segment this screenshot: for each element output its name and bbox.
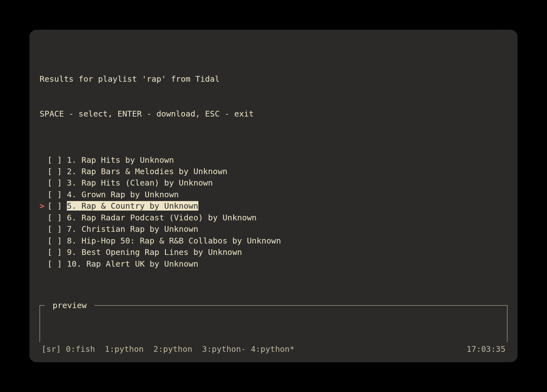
help-line: SPACE - select, ENTER - download, ESC - …: [40, 108, 507, 119]
results-title: Results for playlist 'rap' from Tidal: [40, 73, 507, 85]
list-checkbox[interactable]: [ ]: [48, 155, 67, 165]
preview-label: preview: [45, 300, 94, 311]
list-item-label: 7. Christian Rap by Unknown: [67, 224, 198, 234]
list-checkbox[interactable]: [ ]: [48, 178, 67, 187]
cursor-indicator: [40, 177, 48, 188]
list-checkbox[interactable]: [ ]: [48, 224, 67, 234]
list-item-label: 2. Rap Bars & Melodies by Unknown: [67, 167, 228, 176]
list-checkbox[interactable]: [ ]: [48, 236, 67, 245]
tmux-clock: 17:03:35: [467, 343, 505, 355]
list-checkbox[interactable]: [ ]: [48, 190, 67, 199]
cursor-indicator: [40, 246, 48, 258]
cursor-indicator: [40, 212, 48, 223]
preview-panel: preview 49 tracks Description: Check out…: [40, 305, 507, 342]
list-checkbox[interactable]: [ ]: [48, 167, 67, 176]
list-item-label: 6. Rap Radar Podcast (Video) by Unknown: [67, 213, 257, 222]
list-item[interactable]: [ ] 1. Rap Hits by Unknown: [40, 154, 507, 166]
terminal-window: Results for playlist 'rap' from Tidal SP…: [29, 30, 518, 362]
list-item[interactable]: [ ] 9. Best Opening Rap Lines by Unknown: [40, 246, 507, 258]
list-item-label: 5. Rap & Country by Unknown: [67, 201, 198, 211]
list-checkbox[interactable]: [ ]: [48, 259, 67, 269]
list-item-label: 9. Best Opening Rap Lines by Unknown: [67, 247, 242, 257]
cursor-indicator: >: [40, 200, 48, 212]
list-item-label: 8. Hip-Hop 50: Rap & R&B Collabos by Unk…: [67, 236, 281, 245]
cursor-indicator: [40, 166, 48, 177]
terminal-main: Results for playlist 'rap' from Tidal SP…: [40, 39, 507, 342]
list-item[interactable]: [ ] 7. Christian Rap by Unknown: [40, 223, 507, 235]
tmux-status-left[interactable]: [sr] 0:fish 1:python 2:python 3:python- …: [42, 343, 294, 355]
list-item-label: 1. Rap Hits by Unknown: [67, 155, 174, 165]
tmux-statusbar: [sr] 0:fish 1:python 2:python 3:python- …: [40, 342, 507, 357]
result-list[interactable]: [ ] 1. Rap Hits by Unknown [ ] 2. Rap Ba…: [40, 154, 507, 270]
cursor-indicator: [40, 223, 48, 235]
cursor-indicator: [40, 189, 48, 200]
list-checkbox[interactable]: [ ]: [48, 213, 67, 222]
cursor-indicator: [40, 258, 48, 269]
list-item-label: 3. Rap Hits (Clean) by Unknown: [67, 178, 213, 187]
list-item[interactable]: [ ] 4. Grown Rap by Unknown: [40, 189, 507, 200]
list-item[interactable]: [ ] 3. Rap Hits (Clean) by Unknown: [40, 177, 507, 188]
list-checkbox[interactable]: [ ]: [48, 201, 67, 211]
cursor-indicator: [40, 154, 48, 166]
list-item[interactable]: [ ] 6. Rap Radar Podcast (Video) by Unkn…: [40, 212, 507, 223]
list-item-label: 4. Grown Rap by Unknown: [67, 190, 179, 199]
list-item[interactable]: [ ] 8. Hip-Hop 50: Rap & R&B Collabos by…: [40, 235, 507, 246]
list-item-label: 10. Rap Alert UK by Unknown: [67, 259, 198, 269]
list-item[interactable]: [ ] 2. Rap Bars & Melodies by Unknown: [40, 166, 507, 177]
list-item[interactable]: >[ ] 5. Rap & Country by Unknown: [40, 200, 507, 212]
list-item[interactable]: [ ] 10. Rap Alert UK by Unknown: [40, 258, 507, 269]
list-checkbox[interactable]: [ ]: [48, 247, 67, 257]
cursor-indicator: [40, 235, 48, 246]
